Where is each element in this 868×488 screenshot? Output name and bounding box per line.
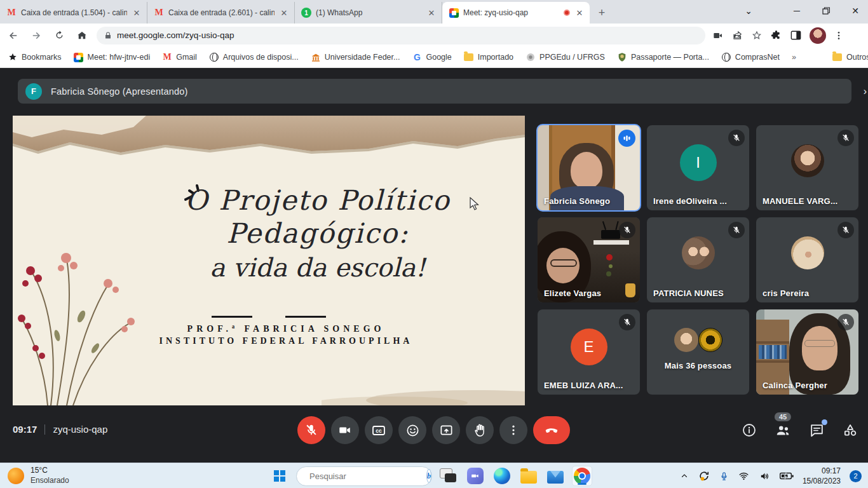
tab-title: Caixa de entrada (1.504) - calinca [21, 8, 127, 17]
gmail-icon: M [6, 8, 17, 18]
tab-close-icon[interactable]: ✕ [132, 8, 142, 18]
reload-button[interactable] [50, 26, 69, 45]
browser-toolbar: meet.google.com/zyq-usio-qap [0, 24, 868, 47]
participant-name: EMEB LUIZA ARA... [544, 381, 623, 390]
start-button[interactable] [269, 466, 290, 486]
browser-menu-icon[interactable] [834, 30, 844, 41]
mail-button[interactable] [545, 466, 566, 486]
mic-muted-icon [728, 130, 745, 146]
battery-icon[interactable] [780, 471, 794, 480]
participants-panel-button[interactable]: 45 [774, 421, 792, 439]
mic-muted-icon [619, 222, 635, 238]
profile-avatar[interactable] [810, 27, 826, 44]
system-clock[interactable]: 09:17 15/08/2023 [803, 466, 841, 486]
bookmark-arquivos[interactable]: Arquivos de disposi... [209, 52, 299, 62]
share-icon[interactable] [732, 30, 743, 41]
window-close-button[interactable]: ✕ [843, 0, 868, 22]
chat-panel-button[interactable] [808, 421, 825, 439]
mic-muted-icon [728, 222, 745, 238]
tab-whatsapp[interactable]: 1 (1) WhatsApp ✕ [295, 2, 442, 24]
camera-in-use-icon[interactable] [712, 30, 724, 41]
bookmark-importado[interactable]: Importado [464, 52, 513, 62]
camera-button[interactable] [331, 416, 359, 444]
weather-widget[interactable]: 15°C Ensolarado [8, 466, 69, 485]
side-panel-icon[interactable] [790, 29, 802, 41]
bookmark-label: PPGEdu / UFRGS [539, 53, 605, 62]
tray-expand-chevron-icon[interactable] [680, 472, 689, 480]
participant-tile-calinca[interactable]: Calinca Pergher [756, 309, 858, 395]
participant-tile-cris[interactable]: cris Pereira [756, 217, 858, 302]
microphone-tray-icon[interactable] [719, 470, 729, 482]
participant-tile-patricia[interactable]: PATRICIA NUNES [647, 217, 749, 302]
presentation-stage[interactable]: O Projeto Político Pedagógico: a vida da… [13, 116, 525, 405]
raise-hand-button[interactable] [466, 416, 494, 444]
bookmark-bookmarks[interactable]: Bookmarks [8, 52, 62, 62]
gmail-icon: M [154, 8, 164, 18]
address-bar[interactable]: meet.google.com/zyq-usio-qap [97, 27, 705, 44]
bookmark-passaporte[interactable]: Passaporte — Porta... [617, 52, 709, 62]
volume-icon[interactable] [759, 471, 771, 482]
file-explorer-button[interactable] [519, 466, 539, 486]
edge-button[interactable] [492, 466, 512, 486]
bookmark-star-icon[interactable] [751, 30, 763, 41]
bookmark-comprasnet[interactable]: ComprasNet [721, 52, 780, 62]
chat-notification-dot [822, 419, 827, 425]
participant-tile-fabricia[interactable]: Fabricia Sônego [538, 125, 640, 210]
bookmark-ppgedu[interactable]: PPGEdu / UFRGS [526, 52, 605, 62]
search-input[interactable] [309, 471, 421, 481]
bookmark-gmail[interactable]: M Gmail [162, 52, 197, 62]
meeting-details-button[interactable] [740, 421, 758, 439]
present-button[interactable] [432, 416, 460, 444]
ppgedu-icon [526, 52, 536, 62]
gmail-icon: M [162, 52, 172, 62]
wifi-icon[interactable] [738, 471, 750, 481]
bookmark-meet[interactable]: Meet: hfw-jtnv-edi [74, 52, 151, 62]
globe-icon [722, 53, 731, 62]
participant-tile-emeb[interactable]: E EMEB LUIZA ARA... [538, 309, 640, 395]
bookmark-universidade[interactable]: Universidade Feder... [311, 52, 400, 62]
back-button[interactable] [4, 26, 23, 45]
bookmark-label: ComprasNet [735, 53, 780, 62]
participant-tile-elizete[interactable]: Elizete Vargas [538, 217, 640, 302]
tab-close-icon[interactable]: ✕ [426, 8, 437, 18]
folder-icon [832, 53, 842, 61]
tab-gmail-1[interactable]: M Caixa de entrada (1.504) - calinca ✕ [0, 2, 147, 24]
extensions-icon[interactable] [770, 29, 782, 41]
task-view-button[interactable] [438, 466, 459, 486]
bookmark-label: Google [426, 53, 451, 62]
chrome-button[interactable] [572, 466, 592, 486]
new-tab-button[interactable]: + [593, 4, 610, 21]
banner-expand-chevron-icon[interactable]: › [864, 86, 867, 97]
participant-tile-overflow[interactable]: Mais 36 pessoas [647, 309, 749, 395]
leave-call-button[interactable] [533, 416, 570, 444]
svg-text:cc: cc [376, 428, 382, 434]
clock-date: 15/08/2023 [803, 476, 841, 486]
notification-count-badge[interactable]: 2 [850, 470, 862, 482]
window-minimize-button[interactable]: ─ [784, 0, 810, 22]
home-button[interactable] [72, 26, 92, 45]
tab-close-icon[interactable]: ✕ [279, 8, 289, 18]
reactions-button[interactable] [398, 416, 426, 444]
bookmark-google[interactable]: G Google [412, 52, 451, 62]
presenting-banner[interactable]: F Fabricia Sônego (Apresentando) [18, 79, 851, 104]
sync-status-icon[interactable] [698, 470, 710, 482]
participant-tile-irene[interactable]: I Irene deOliveira ... [647, 125, 749, 210]
tab-meet-active[interactable]: Meet: zyq-usio-qap ✕ [442, 2, 590, 24]
slide-title: O Projeto Político Pedagógico: a vida da… [114, 184, 521, 282]
bookmark-outros-favoritos[interactable]: Outros favoritos [832, 52, 868, 62]
forward-button[interactable] [27, 26, 46, 45]
mic-muted-icon [837, 222, 854, 238]
edge-icon [494, 468, 510, 484]
taskbar-search[interactable]: b [296, 466, 432, 486]
mic-off-button[interactable] [297, 416, 325, 444]
tab-search-chevron-icon[interactable]: ⌄ [736, 0, 761, 22]
participant-tile-manuele[interactable]: MANUELE VARG... [756, 125, 858, 210]
tab-close-icon[interactable]: ✕ [574, 8, 585, 18]
teams-chat-button[interactable] [465, 466, 485, 486]
bookmarks-overflow-chevron[interactable]: » [792, 53, 796, 62]
tab-gmail-2[interactable]: M Caixa de entrada (2.601) - calinca ✕ [147, 2, 295, 24]
activities-button[interactable] [841, 421, 859, 439]
window-restore-button[interactable] [813, 0, 839, 22]
captions-button[interactable]: cc [365, 416, 393, 444]
more-options-button[interactable] [499, 416, 527, 444]
